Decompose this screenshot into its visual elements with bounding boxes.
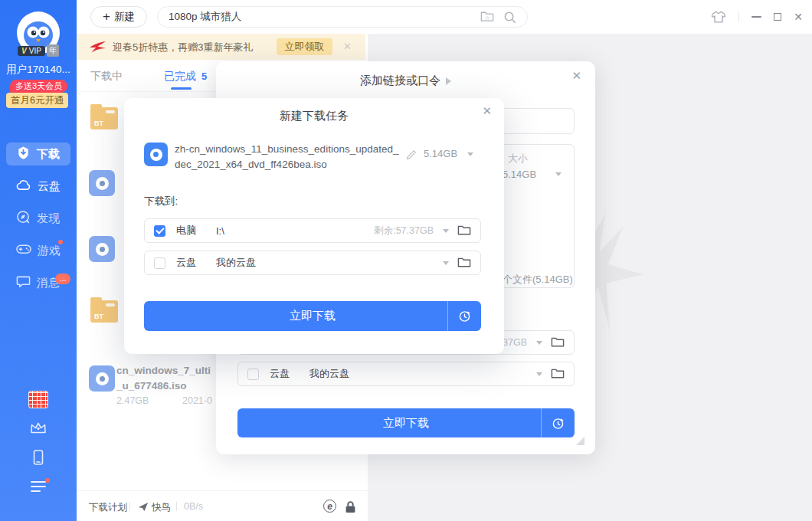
lock-icon[interactable] bbox=[345, 500, 356, 516]
size-column-header: 大小 bbox=[508, 152, 528, 165]
close-window-button[interactable]: ✕ bbox=[794, 11, 803, 22]
tab-completed[interactable]: 已完成 5 bbox=[164, 70, 207, 84]
download-now-button[interactable]: 立即下载 bbox=[237, 408, 575, 437]
iso-file-icon bbox=[89, 365, 115, 392]
pc-label: 电脑 bbox=[176, 224, 196, 238]
chevron-down-icon[interactable] bbox=[467, 152, 473, 156]
add-dialog-close-icon[interactable]: ✕ bbox=[571, 70, 581, 81]
svg-text:☆: ☆ bbox=[485, 15, 490, 21]
crown-icon bbox=[29, 420, 47, 435]
selected-files-summary: 个文件(5.14GB) bbox=[503, 273, 573, 287]
red-swoosh-icon bbox=[88, 39, 106, 57]
compass-icon bbox=[16, 210, 31, 227]
current-speed: 0B/s bbox=[184, 501, 203, 512]
iso-file-icon bbox=[144, 143, 168, 166]
file-size-value: 5.14GB bbox=[503, 169, 536, 180]
add-link-title[interactable]: 添加链接或口令 bbox=[216, 74, 595, 88]
download-icon bbox=[16, 146, 31, 162]
bt-folder-icon[interactable]: BT bbox=[90, 300, 118, 323]
cloud-label: 云盘 bbox=[176, 256, 196, 270]
minimize-button[interactable] bbox=[751, 16, 761, 18]
resize-handle[interactable] bbox=[576, 437, 584, 445]
sidebar-item-download[interactable]: 下载 bbox=[6, 143, 70, 165]
red-packet-button[interactable] bbox=[0, 391, 77, 408]
banner-close-icon[interactable]: ✕ bbox=[343, 41, 352, 52]
sidebar-item-label: 下载 bbox=[37, 147, 60, 162]
vip-center-button[interactable] bbox=[0, 420, 77, 435]
username[interactable]: 用户170140... bbox=[0, 63, 77, 77]
vip-v: V bbox=[21, 47, 27, 55]
window-controls: ✕ bbox=[711, 0, 803, 34]
menu-icon bbox=[31, 481, 46, 483]
pc-path: I:\ bbox=[216, 225, 224, 237]
chevron-down-icon[interactable] bbox=[536, 372, 542, 376]
message-icon bbox=[16, 275, 31, 290]
browse-folder-icon[interactable] bbox=[457, 224, 471, 236]
promo-open-vip-button[interactable]: 首月6元开通 bbox=[6, 93, 68, 108]
chevron-down-icon[interactable] bbox=[555, 172, 562, 176]
theme-tshirt-icon[interactable] bbox=[711, 10, 726, 24]
folder-star-icon[interactable]: ☆ bbox=[480, 11, 494, 22]
tab-downloading[interactable]: 下载中 bbox=[90, 70, 123, 84]
vip-year-badge: 年 bbox=[47, 44, 59, 57]
maximize-button[interactable] bbox=[774, 13, 781, 21]
search-input[interactable]: 1080p 城市猎人 ☆ bbox=[157, 6, 528, 28]
active-tab-underline bbox=[171, 87, 192, 90]
file-name: zh-cn_windows_11_business_editions_updat… bbox=[175, 142, 403, 172]
chevron-down-icon[interactable] bbox=[443, 229, 449, 233]
chevron-down-icon[interactable] bbox=[443, 261, 449, 265]
promo-banner: 迎春5折特惠，再赠3重新年豪礼 立即领取 ✕ bbox=[77, 34, 365, 60]
sidebar-item-label: 云盘 bbox=[38, 179, 61, 194]
browse-folder-icon[interactable] bbox=[551, 336, 565, 348]
tab-completed-label: 已完成 bbox=[164, 70, 196, 84]
save-to-cloud-row[interactable]: 云盘 我的云盘 bbox=[144, 251, 481, 275]
save-to-cloud-row[interactable]: 云盘 我的云盘 bbox=[237, 362, 575, 386]
divider bbox=[129, 502, 130, 511]
divider bbox=[738, 11, 739, 22]
sidebar-item-cloud[interactable]: 云盘 bbox=[6, 175, 70, 198]
scheduled-download-button[interactable] bbox=[541, 408, 575, 437]
download-plan-toggle[interactable]: 下载计划 bbox=[89, 501, 127, 514]
ie-browser-icon[interactable]: e bbox=[323, 500, 336, 513]
expand-caret-icon bbox=[446, 77, 451, 85]
pc-checkbox[interactable] bbox=[154, 225, 165, 237]
modal-close-icon[interactable]: ✕ bbox=[482, 105, 492, 116]
save-to-label: 下载到: bbox=[144, 195, 178, 208]
messages-badge: … bbox=[55, 274, 70, 284]
claim-now-button[interactable]: 立即领取 bbox=[277, 38, 332, 55]
banner-text: 迎春5折特惠，再赠3重新年豪礼 bbox=[113, 41, 253, 54]
cloud-checkbox[interactable] bbox=[247, 369, 259, 380]
new-task-modal: 新建下载任务 ✕ zh-cn_windows_11_business_editi… bbox=[124, 98, 504, 354]
gamepad-icon bbox=[16, 244, 31, 257]
more-menu-button[interactable] bbox=[0, 481, 77, 492]
browse-folder-icon[interactable] bbox=[551, 368, 565, 379]
phone-icon bbox=[30, 449, 47, 466]
cloud-checkbox[interactable] bbox=[154, 257, 165, 269]
chevron-down-icon[interactable] bbox=[536, 341, 542, 345]
mobile-app-button[interactable] bbox=[0, 449, 77, 466]
vip-badge[interactable]: VVIP 年 bbox=[0, 44, 77, 57]
plus-icon: + bbox=[103, 10, 110, 23]
edit-name-button[interactable] bbox=[405, 149, 417, 164]
promo-red-badge[interactable]: 多送3天会员 bbox=[10, 80, 67, 93]
cloud-label: 云盘 bbox=[270, 367, 290, 381]
games-notification-dot bbox=[58, 240, 63, 244]
speed-mode-toggle[interactable]: 快鸟 bbox=[152, 501, 171, 514]
sidebar-item-discover[interactable]: 发现 bbox=[6, 207, 70, 230]
iso-file-icon[interactable] bbox=[89, 236, 115, 262]
browse-folder-icon[interactable] bbox=[457, 257, 471, 268]
scheduled-download-button[interactable] bbox=[447, 301, 481, 331]
search-icon[interactable] bbox=[503, 11, 516, 24]
more-menu-notification-dot bbox=[45, 478, 50, 483]
pc-free-space: 剩余:57.37GB bbox=[374, 224, 434, 238]
new-task-button[interactable]: + 新建 bbox=[90, 6, 147, 28]
download-now-button[interactable]: 立即下载 bbox=[144, 301, 481, 331]
iso-file-icon[interactable] bbox=[89, 170, 115, 196]
sidebar-item-label: 游戏 bbox=[38, 244, 61, 258]
completed-count-badge: 5 bbox=[201, 70, 207, 82]
app-window: VVIP 年 用户170140... 多送3天会员 首月6元开通 下载 云盘 发… bbox=[0, 0, 812, 521]
bt-folder-icon[interactable]: BT bbox=[90, 107, 118, 129]
search-value: 1080p 城市猎人 bbox=[169, 10, 471, 24]
sidebar: VVIP 年 用户170140... 多送3天会员 首月6元开通 下载 云盘 发… bbox=[0, 0, 77, 521]
save-to-pc-row[interactable]: 电脑 I:\ 剩余:57.37GB bbox=[144, 218, 481, 243]
